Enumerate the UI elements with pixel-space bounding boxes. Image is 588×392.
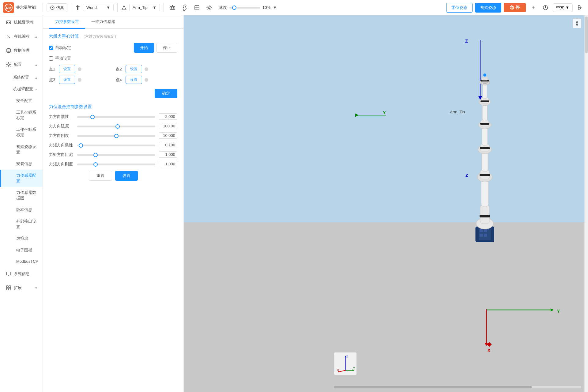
- collapse-panel-btn[interactable]: ⟪: [573, 18, 581, 28]
- mode-button[interactable]: 仿真: [47, 3, 67, 12]
- point1-set-btn[interactable]: 设置: [59, 65, 75, 73]
- slider-row-5: 力矩方向刚度: [49, 161, 177, 167]
- settings-icon-btn[interactable]: [204, 3, 214, 13]
- slider-5-input[interactable]: [77, 164, 155, 165]
- work-calib-label: 工作坐标系标定: [16, 127, 36, 137]
- point1-status: [78, 67, 81, 71]
- point-row-4: 点4 设置: [116, 76, 178, 84]
- auto-calib-checkbox-label[interactable]: 自动标定: [49, 45, 71, 51]
- slider-3-value[interactable]: [159, 142, 177, 148]
- point1-label: 点1: [49, 66, 56, 72]
- svg-rect-9: [172, 5, 173, 6]
- sidebar-item-e-fence[interactable]: 电子围栏: [0, 244, 43, 256]
- sidebar-item-external-io[interactable]: 外部接口设置: [0, 216, 43, 233]
- slider-1-label: 力方向阻尼: [49, 123, 74, 129]
- plus-icon-btn[interactable]: +: [528, 3, 538, 13]
- sidebar-item-force-config[interactable]: 力传感器配置: [0, 170, 43, 187]
- scroll-thumb[interactable]: [585, 17, 588, 53]
- arm-tip-label: Arm_Tip: [133, 5, 148, 10]
- svg-rect-35: [484, 234, 487, 237]
- slider-2-value[interactable]: [159, 132, 177, 139]
- sidebar-item-force-data[interactable]: 力传感器数据图: [0, 187, 43, 204]
- sidebar-item-safe-config[interactable]: 安全配置: [0, 95, 43, 107]
- scrollbar-thumb[interactable]: [334, 386, 532, 388]
- slider-row-2: 力方向刚度: [49, 132, 177, 139]
- right-scrollbar[interactable]: [584, 15, 588, 392]
- svg-rect-4: [76, 6, 80, 7]
- slider-4-input[interactable]: [77, 154, 155, 156]
- svg-rect-21: [6, 272, 11, 275]
- arm-icon-area: [75, 5, 81, 10]
- sidebar-item-data-mgmt[interactable]: 数据管理: [0, 43, 43, 58]
- sidebar-item-config[interactable]: 配置 ▲: [0, 58, 43, 72]
- point4-set-btn[interactable]: 设置: [126, 76, 142, 84]
- slider-3-label: 力矩方向惯性: [49, 142, 74, 148]
- extend-label: 扩展: [14, 285, 22, 291]
- sidebar-item-sys-info[interactable]: 系统信息: [0, 267, 43, 281]
- tab-1d-sensor[interactable]: 一维力传感器: [85, 15, 121, 29]
- slider-0-input[interactable]: [77, 116, 155, 118]
- slider-4-label: 力矩方向阻尼: [49, 152, 74, 157]
- estop-button[interactable]: 急 停: [504, 3, 526, 12]
- slider-1-value[interactable]: [159, 123, 177, 129]
- confirm-button[interactable]: 确定: [155, 89, 177, 98]
- point3-set-btn[interactable]: 设置: [59, 76, 75, 84]
- robot-icon-btn[interactable]: [168, 3, 177, 13]
- world-dropdown-arrow: ▼: [106, 5, 110, 10]
- viewport[interactable]: ⟪ Z Y: [184, 15, 584, 392]
- slider-4-value[interactable]: [159, 151, 177, 158]
- modbus-label: ModbusTCP: [16, 259, 38, 264]
- external-io-label: 外部接口设置: [16, 219, 36, 229]
- svg-point-13: [208, 7, 210, 9]
- apply-button[interactable]: 设置: [115, 171, 138, 181]
- lang-dropdown[interactable]: 中文 ▼: [553, 3, 573, 12]
- speed-slider[interactable]: [229, 7, 260, 9]
- world-dropdown[interactable]: World ▼: [83, 4, 114, 11]
- zero-pose-button[interactable]: 零位姿态: [446, 3, 473, 13]
- point3-label: 点3: [49, 77, 56, 83]
- sidebar-item-install-info[interactable]: 安装信息: [0, 158, 43, 170]
- cube-icon-btn[interactable]: [192, 3, 202, 13]
- slider-5-value[interactable]: [159, 161, 177, 167]
- sidebar-item-version[interactable]: 版本信息: [0, 204, 43, 216]
- power-icon-btn[interactable]: [541, 3, 550, 13]
- sidebar-item-robot-teaching[interactable]: 机械臂示教: [0, 15, 43, 29]
- start-button[interactable]: 开始: [134, 43, 154, 53]
- auto-calib-checkbox[interactable]: [49, 46, 53, 50]
- slider-1-input[interactable]: [77, 126, 155, 127]
- slider-2-input[interactable]: [77, 135, 155, 137]
- sidebar-item-extend[interactable]: 扩展 ▼: [0, 281, 43, 295]
- svg-rect-3: [77, 5, 78, 10]
- online-prog-icon: [6, 34, 11, 39]
- sidebar-item-work-calib[interactable]: 工作坐标系标定: [0, 124, 43, 141]
- svg-rect-26: [6, 288, 8, 290]
- sidebar-item-modbus[interactable]: ModbusTCP: [0, 256, 43, 267]
- header-divider3: [117, 3, 118, 12]
- sidebar-item-virtual-wall[interactable]: 虚拟墙: [0, 233, 43, 244]
- arm-tip-3d-label: Arm_Tip: [450, 110, 465, 114]
- point2-set-btn[interactable]: 设置: [126, 65, 142, 73]
- manual-checkbox[interactable]: [49, 56, 53, 61]
- slider-4-track: [77, 152, 155, 157]
- slider-row-4: 力矩方向阻尼: [49, 151, 177, 158]
- link-icon-btn[interactable]: [180, 3, 190, 13]
- sidebar-item-init-pose[interactable]: 初始姿态设置: [0, 141, 43, 158]
- speed-dropdown-arrow[interactable]: ▼: [273, 5, 277, 10]
- slider-3-input[interactable]: [77, 145, 155, 146]
- stop-button[interactable]: 停止: [156, 43, 177, 53]
- sidebar-item-tool-calib[interactable]: 工具坐标系标定: [0, 107, 43, 124]
- init-pose-button[interactable]: 初始姿态: [475, 3, 501, 13]
- axis-x-bottom-label: X: [488, 348, 490, 353]
- logout-icon-btn[interactable]: [575, 3, 585, 13]
- viewport-scrollbar[interactable]: [334, 385, 581, 389]
- slider-0-value[interactable]: [159, 113, 177, 120]
- arm-tip-dropdown[interactable]: Arm_Tip ▼: [129, 4, 160, 11]
- tab-force-params[interactable]: 力控参数设置: [49, 15, 85, 29]
- svg-point-20: [8, 64, 9, 66]
- sidebar-item-arm-config[interactable]: 机械臂配置 ▲: [0, 83, 43, 95]
- sidebar-item-system-config[interactable]: 系统配置 ▲: [0, 72, 43, 83]
- sidebar-item-online-prog[interactable]: 在线编程 ▲: [0, 29, 43, 43]
- svg-rect-32: [480, 229, 483, 232]
- point2-label: 点2: [116, 66, 123, 72]
- reset-button[interactable]: 重置: [89, 171, 112, 181]
